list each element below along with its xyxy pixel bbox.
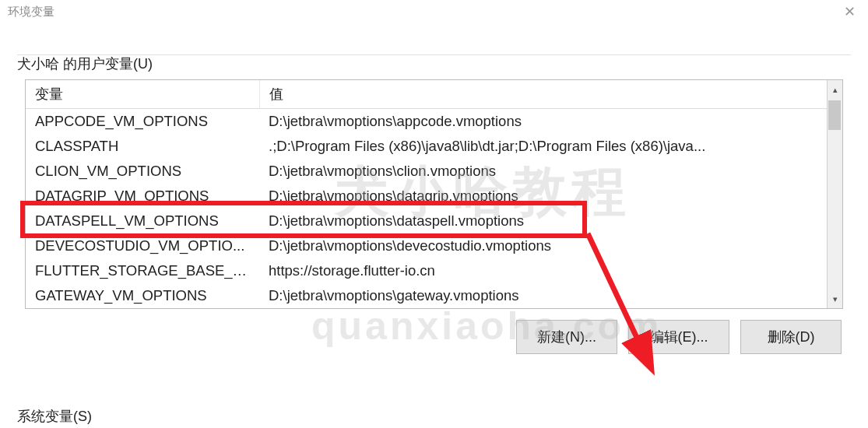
- scroll-thumb[interactable]: [828, 100, 841, 130]
- cell-val: D:\jetbra\vmoptions\appcode.vmoptions: [259, 109, 827, 135]
- user-vars-label: 犬小哈 的用户变量(U): [17, 56, 153, 72]
- content-area: 犬小哈 的用户变量(U) 变量 值 APPCODE_VM_OPTIONSD:\j…: [0, 23, 868, 368]
- table-row[interactable]: CLASSPATH.;D:\Program Files (x86)\java8\…: [26, 134, 827, 159]
- cell-var: FLUTTER_STORAGE_BASE_URL: [26, 258, 259, 283]
- cell-var: DATAGRIP_VM_OPTIONS: [26, 184, 259, 209]
- cell-var: CLASSPATH: [26, 134, 259, 159]
- table-row[interactable]: DATAGRIP_VM_OPTIONSD:\jetbra\vmoptions\d…: [26, 184, 827, 209]
- scroll-up-icon[interactable]: ▴: [828, 80, 842, 99]
- table-row[interactable]: GATEWAY_VM_OPTIONSD:\jetbra\vmoptions\ga…: [26, 283, 827, 308]
- table-row[interactable]: FLUTTER_STORAGE_BASE_URLhttps://storage.…: [26, 258, 827, 283]
- system-vars-label: 系统变量(S): [17, 407, 92, 426]
- cell-var: CLION_VM_OPTIONS: [26, 159, 259, 184]
- cell-val: .;D:\Program Files (x86)\java8\lib\dt.ja…: [259, 134, 827, 159]
- table-row[interactable]: DATASPELL_VM_OPTIONSD:\jetbra\vmoptions\…: [26, 209, 827, 233]
- col-header-value[interactable]: 值: [259, 80, 827, 109]
- col-header-variable[interactable]: 变量: [26, 80, 259, 109]
- cell-val: D:\jetbra\vmoptions\clion.vmoptions: [259, 159, 827, 184]
- titlebar: 环境变量 ✕: [0, 0, 868, 23]
- cell-var: DEVECOSTUDIO_VM_OPTIO...: [26, 233, 259, 258]
- button-row: 新建(N)... 编辑(E)... 删除(D): [17, 320, 851, 368]
- cell-val: D:\jetbra\vmoptions\dataspell.vmoptions: [259, 209, 827, 233]
- cell-val: https://storage.flutter-io.cn: [259, 258, 827, 283]
- user-vars-table-wrap: 变量 值 APPCODE_VM_OPTIONSD:\jetbra\vmoptio…: [25, 79, 843, 309]
- new-button[interactable]: 新建(N)...: [516, 320, 617, 354]
- window-title: 环境变量: [8, 5, 54, 19]
- cell-val: D:\jetbra\vmoptions\gateway.vmoptions: [259, 283, 827, 308]
- close-icon[interactable]: ✕: [839, 3, 860, 20]
- scroll-down-icon[interactable]: ▾: [828, 289, 842, 308]
- edit-button[interactable]: 编辑(E)...: [628, 320, 729, 354]
- cell-val: D:\jetbra\vmoptions\devecostudio.vmoptio…: [259, 233, 827, 258]
- table-row[interactable]: APPCODE_VM_OPTIONSD:\jetbra\vmoptions\ap…: [26, 109, 827, 135]
- cell-var: GATEWAY_VM_OPTIONS: [26, 283, 259, 308]
- scrollbar[interactable]: ▴ ▾: [827, 80, 842, 308]
- delete-button[interactable]: 删除(D): [740, 320, 842, 354]
- env-table[interactable]: 变量 值 APPCODE_VM_OPTIONSD:\jetbra\vmoptio…: [26, 80, 827, 308]
- table-row[interactable]: CLION_VM_OPTIONSD:\jetbra\vmoptions\clio…: [26, 159, 827, 184]
- cell-var: APPCODE_VM_OPTIONS: [26, 109, 259, 135]
- cell-val: D:\jetbra\vmoptions\datagrip.vmoptions: [259, 184, 827, 209]
- table-row[interactable]: DEVECOSTUDIO_VM_OPTIO...D:\jetbra\vmopti…: [26, 233, 827, 258]
- cell-var: DATASPELL_VM_OPTIONS: [26, 209, 259, 233]
